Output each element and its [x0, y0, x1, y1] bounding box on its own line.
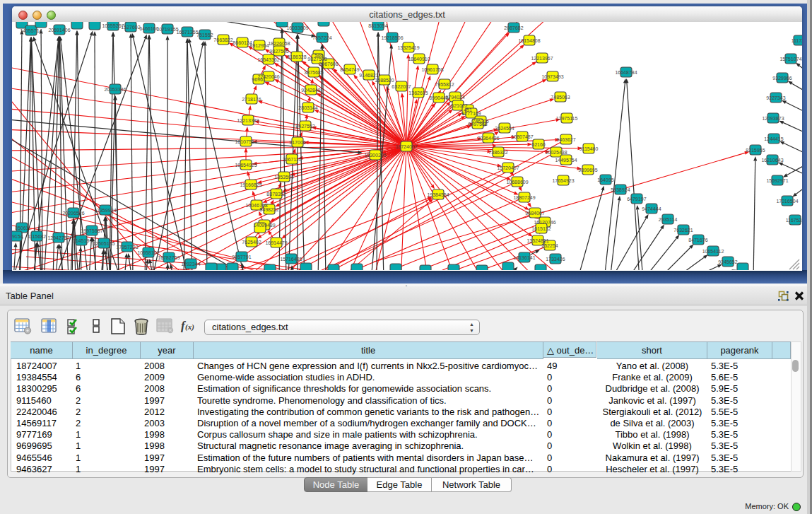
svg-text:8912954: 8912954 — [249, 43, 269, 48]
svg-text:19218506: 19218506 — [381, 35, 403, 40]
svg-text:9474444: 9474444 — [642, 206, 661, 211]
svg-text:16107554: 16107554 — [235, 139, 257, 144]
svg-text:20053346: 20053346 — [104, 87, 126, 92]
svg-text:15716485: 15716485 — [280, 257, 302, 262]
svg-text:5498222: 5498222 — [259, 207, 278, 212]
svg-text:17016504: 17016504 — [776, 199, 798, 204]
svg-text:9463627: 9463627 — [556, 137, 575, 142]
svg-text:6322037: 6322037 — [392, 84, 411, 89]
svg-text:16782759: 16782759 — [158, 255, 180, 260]
svg-text:12093873: 12093873 — [762, 116, 784, 121]
svg-text:14099489: 14099489 — [253, 223, 275, 228]
svg-text:9146821: 9146821 — [359, 73, 378, 78]
svg-text:14136141: 14136141 — [513, 255, 535, 260]
svg-text:13325419: 13325419 — [397, 45, 419, 50]
svg-text:1167533: 1167533 — [786, 218, 802, 223]
svg-text:1292344: 1292344 — [181, 262, 200, 267]
svg-text:9899695: 9899695 — [578, 168, 597, 173]
svg-text:3624554: 3624554 — [495, 126, 514, 131]
svg-text:6479197: 6479197 — [627, 197, 646, 201]
svg-text:16120746: 16120746 — [534, 220, 555, 225]
svg-text:7955812: 7955812 — [435, 82, 454, 87]
svg-text:10973493: 10973493 — [541, 74, 563, 79]
svg-text:2803144: 2803144 — [298, 105, 317, 110]
svg-text:96961: 96961 — [252, 77, 266, 82]
svg-text:17654923: 17654923 — [552, 178, 574, 183]
svg-text:10958107: 10958107 — [137, 250, 159, 255]
svg-text:2067110: 2067110 — [283, 157, 302, 162]
svg-text:13524851: 13524851 — [526, 238, 548, 243]
svg-text:8215955: 8215955 — [746, 148, 765, 153]
svg-text:7625402: 7625402 — [242, 240, 261, 245]
svg-text:917006: 917006 — [289, 140, 305, 145]
svg-text:18807249: 18807249 — [513, 195, 535, 200]
svg-text:10719155: 10719155 — [156, 27, 178, 32]
svg-text:10025438: 10025438 — [545, 150, 567, 155]
svg-text:(x): (x) — [185, 322, 194, 332]
svg-text:39154: 39154 — [12, 234, 23, 239]
svg-text:2718176: 2718176 — [242, 97, 261, 102]
svg-text:19654925: 19654925 — [235, 163, 257, 168]
svg-text:10807487: 10807487 — [511, 134, 533, 139]
svg-text:14495754: 14495754 — [555, 158, 577, 163]
svg-text:6497568: 6497568 — [468, 122, 487, 127]
svg-text:2087682: 2087682 — [504, 25, 523, 30]
svg-text:9777169: 9777169 — [461, 111, 481, 116]
svg-text:62160: 62160 — [531, 142, 546, 147]
svg-text:8454749: 8454749 — [340, 67, 359, 72]
svg-text:16914479: 16914479 — [265, 240, 287, 245]
svg-text:5938924: 5938924 — [611, 187, 630, 192]
svg-text:8186328: 8186328 — [287, 54, 306, 59]
svg-text:751552: 751552 — [196, 33, 213, 37]
svg-text:1588520: 1588520 — [375, 78, 394, 83]
svg-text:19166825: 19166825 — [240, 182, 261, 187]
svg-text:2935114: 2935114 — [659, 217, 678, 222]
svg-text:9329966: 9329966 — [772, 76, 792, 81]
svg-text:9227343: 9227343 — [766, 95, 785, 100]
svg-text:114519: 114519 — [73, 238, 90, 243]
svg-text:16154808: 16154808 — [518, 38, 540, 43]
svg-text:8427552: 8427552 — [295, 124, 314, 129]
svg-text:12942757: 12942757 — [47, 235, 69, 240]
svg-text:9242848: 9242848 — [301, 88, 320, 93]
svg-text:20691406: 20691406 — [48, 28, 70, 33]
svg-text:1615132: 1615132 — [531, 226, 551, 231]
svg-text:6794024: 6794024 — [445, 95, 464, 100]
svg-text:14055714: 14055714 — [20, 28, 42, 33]
svg-text:9827505: 9827505 — [269, 49, 288, 54]
svg-text:1353594: 1353594 — [274, 175, 293, 180]
svg-text:9245652: 9245652 — [718, 259, 737, 264]
svg-text:15751074: 15751074 — [779, 57, 801, 62]
svg-text:16543362: 16543362 — [257, 57, 279, 62]
svg-text:9115460: 9115460 — [579, 146, 599, 151]
svg-text:20206526: 20206526 — [62, 211, 84, 216]
svg-text:18300295: 18300295 — [364, 153, 386, 158]
svg-text:16671355: 16671355 — [176, 30, 198, 35]
svg-text:7485063: 7485063 — [551, 95, 570, 100]
svg-text:17359924: 17359924 — [94, 208, 116, 213]
svg-text:10654112: 10654112 — [702, 249, 724, 254]
svg-text:7663822: 7663822 — [213, 37, 233, 42]
svg-text:85061: 85061 — [15, 226, 29, 230]
svg-text:1733426: 1733426 — [546, 257, 565, 262]
svg-text:20364436: 20364436 — [477, 136, 499, 141]
svg-text:1115682: 1115682 — [28, 234, 46, 239]
svg-text:9827508: 9827508 — [307, 57, 326, 62]
svg-text:2967608: 2967608 — [319, 62, 338, 66]
svg-text:8471676: 8471676 — [688, 238, 707, 243]
svg-text:16210643: 16210643 — [761, 158, 783, 163]
svg-text:7857224: 7857224 — [312, 35, 331, 40]
svg-text:18226058: 18226058 — [268, 41, 290, 46]
svg-text:1527602: 1527602 — [121, 25, 140, 30]
svg-text:16961758: 16961758 — [421, 67, 443, 72]
svg-text:111724: 111724 — [792, 38, 802, 43]
svg-text:164095: 164095 — [597, 177, 613, 182]
svg-text:9857791: 9857791 — [232, 255, 251, 259]
svg-text:19384554: 19384554 — [427, 192, 449, 197]
svg-text:3875685: 3875685 — [304, 70, 323, 75]
svg-text:18724007: 18724007 — [395, 144, 417, 149]
svg-text:12505135: 12505135 — [93, 241, 114, 246]
svg-text:1244415: 1244415 — [764, 136, 783, 141]
svg-text:12213389: 12213389 — [237, 118, 259, 123]
svg-text:9684067: 9684067 — [525, 211, 544, 216]
